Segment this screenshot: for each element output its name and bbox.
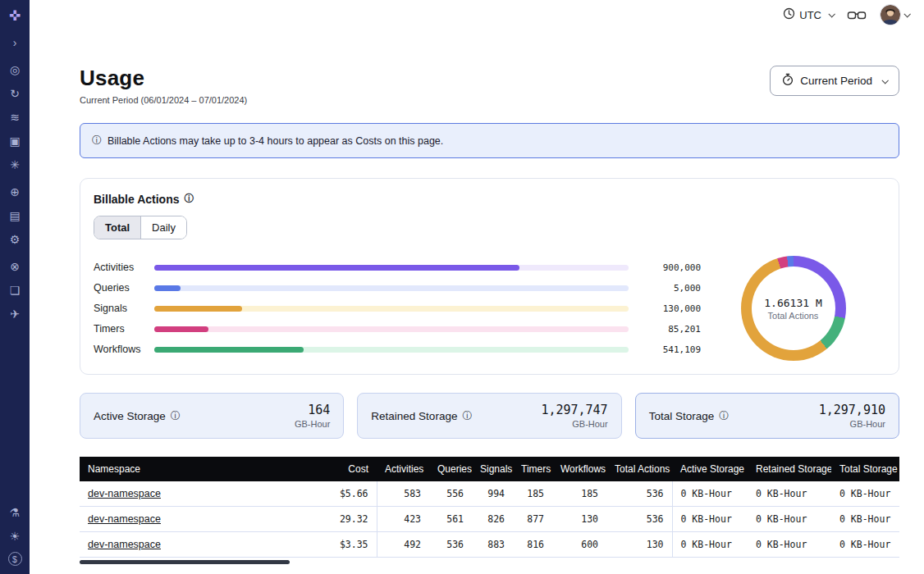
cube-icon[interactable]: ▣	[7, 133, 23, 149]
table-cell: 994	[472, 481, 513, 507]
namespace-link[interactable]: dev-namespace	[88, 488, 161, 499]
table-cell: 185	[513, 481, 552, 507]
namespace-link[interactable]: dev-namespace	[88, 539, 161, 550]
sidebar-group: ⊕▤⚙	[7, 184, 23, 248]
donut-area: 1.66131 M Total Actions	[701, 256, 885, 361]
column-header-retained-storage: Retained Storage	[748, 457, 831, 481]
storage-value: 164	[295, 403, 330, 417]
bar-value: 5,000	[637, 283, 701, 294]
column-header-queries: Queries	[429, 457, 472, 481]
table-cell: 816	[513, 532, 552, 558]
lab-flask-icon[interactable]: ⚗	[7, 504, 23, 521]
namespace-cell: dev-namespace	[80, 532, 326, 558]
collapse-chevron-icon[interactable]: ›	[7, 34, 23, 51]
bar-track	[154, 326, 629, 332]
history-icon[interactable]: ↻	[7, 85, 23, 102]
timezone-label: UTC	[799, 9, 821, 21]
table-cell: 536	[606, 481, 672, 507]
info-icon[interactable]: ⓘ	[171, 409, 181, 423]
storage-label-text: Active Storage	[94, 410, 166, 422]
circle-x-icon[interactable]: ⊗	[7, 258, 23, 275]
bar-chart: Activities900,000Queries5,000Signals130,…	[94, 262, 701, 355]
storage-label-text: Total Storage	[649, 410, 715, 422]
bar-fill	[154, 347, 304, 353]
bar-fill	[154, 326, 208, 332]
info-icon[interactable]: ⓘ	[185, 192, 194, 206]
info-icon[interactable]: ⓘ	[462, 409, 472, 423]
table-cell: 185	[552, 481, 606, 507]
namespace-link[interactable]: dev-namespace	[88, 513, 161, 525]
billable-card-title: Billable Actions ⓘ	[94, 192, 885, 206]
period-button-label: Current Period	[800, 75, 872, 87]
main-area: UTC Usage Current Period (06/01/2024 – 0…	[30, 0, 924, 574]
tab-daily[interactable]: Daily	[141, 216, 186, 239]
usage-table-body: dev-namespace$5.665835569941851855360 KB…	[80, 481, 899, 558]
user-menu[interactable]	[880, 4, 909, 25]
tab-total[interactable]: Total	[94, 216, 141, 239]
table-cell: 561	[429, 507, 472, 532]
column-header-total-storage: Total Storage	[831, 457, 899, 481]
table-cell: 0 KB-Hour	[672, 481, 748, 507]
column-header-total-actions: Total Actions	[606, 457, 672, 481]
period-selector-button[interactable]: Current Period	[770, 66, 899, 96]
namespace-cell: dev-namespace	[80, 481, 326, 507]
storage-label-text: Retained Storage	[371, 410, 457, 422]
table-cell: 0 KB-Hour	[748, 481, 831, 507]
table-cell: 883	[472, 532, 513, 558]
table-cell: 492	[377, 532, 429, 558]
billable-tabs: TotalDaily	[94, 216, 187, 239]
table-scrollbar-thumb[interactable]	[80, 560, 290, 564]
page-title: Usage	[80, 66, 247, 91]
table-cell: 536	[429, 532, 472, 558]
namespaces-icon[interactable]: ◎	[7, 61, 23, 78]
billable-actions-card: Billable Actions ⓘ TotalDaily Activities…	[80, 178, 899, 375]
table-row: dev-namespace29.324235618268771305360 KB…	[80, 507, 899, 532]
bar-label: Queries	[94, 282, 146, 294]
bar-track	[154, 285, 629, 291]
storage-card-value-block: 1,297,910GB-Hour	[819, 403, 885, 429]
table-cell: 0 KB-Hour	[672, 507, 748, 532]
bar-value: 900,000	[637, 262, 701, 273]
bar-label: Signals	[94, 303, 146, 314]
dollar-circle-icon[interactable]: $	[8, 552, 22, 566]
column-header-workflows: Workflows	[552, 457, 606, 481]
page-header: Usage Current Period (06/01/2024 – 07/01…	[80, 66, 899, 105]
stack-icon[interactable]: ≋	[7, 109, 23, 125]
usage-table-head: NamespaceCostActivitiesQueriesSignalsTim…	[80, 457, 899, 481]
bar-row: Signals130,000	[94, 303, 701, 314]
column-header-timers: Timers	[513, 457, 552, 481]
bar-value: 85,201	[637, 324, 701, 335]
table-cell: 423	[377, 507, 429, 532]
storage-card-value-block: 164GB-Hour	[295, 403, 330, 429]
docs-book-icon[interactable]: ❏	[7, 282, 23, 298]
table-cell: $3.35	[326, 532, 377, 558]
chevron-down-icon	[903, 11, 910, 17]
timezone-selector[interactable]: UTC	[783, 7, 834, 22]
content: Usage Current Period (06/01/2024 – 07/01…	[30, 30, 924, 574]
rocket-icon[interactable]: ✈	[7, 306, 23, 322]
theme-sun-icon[interactable]: ☀	[7, 528, 23, 544]
table-cell: 0 KB-Hour	[672, 532, 748, 558]
table-row: dev-namespace$3.354925368838166001300 KB…	[80, 532, 899, 558]
storage-card-total-storage: Total Storageⓘ1,297,910GB-Hour	[635, 393, 899, 439]
chevron-down-icon	[828, 11, 835, 17]
storage-unit: GB-Hour	[541, 419, 607, 429]
bar-track	[154, 347, 629, 353]
sidebar-group: ⊗❏✈	[7, 258, 23, 322]
storage-card-label: Total Storageⓘ	[649, 409, 730, 423]
billing-card-icon[interactable]: ▤	[7, 207, 23, 224]
total-actions-donut: 1.66131 M Total Actions	[741, 256, 846, 361]
bar-track	[154, 265, 629, 271]
nexus-asterisk-icon[interactable]: ✳	[7, 157, 23, 173]
bar-label: Activities	[94, 262, 146, 273]
goggles-icon[interactable]	[847, 9, 867, 21]
bar-fill	[154, 285, 181, 291]
globe-icon[interactable]: ⊕	[7, 184, 23, 200]
table-cell: 0 KB-Hour	[831, 507, 899, 532]
sidebar: ✜›◎↻≋▣✳⊕▤⚙⊗❏✈⚗☀$	[0, 0, 30, 574]
info-icon[interactable]: ⓘ	[719, 409, 729, 423]
table-cell: 0 KB-Hour	[831, 481, 899, 507]
sidebar-group: ◎↻≋▣✳	[7, 61, 23, 173]
temporal-logo-icon[interactable]: ✜	[7, 7, 23, 24]
settings-gear-icon[interactable]: ⚙	[7, 231, 23, 248]
